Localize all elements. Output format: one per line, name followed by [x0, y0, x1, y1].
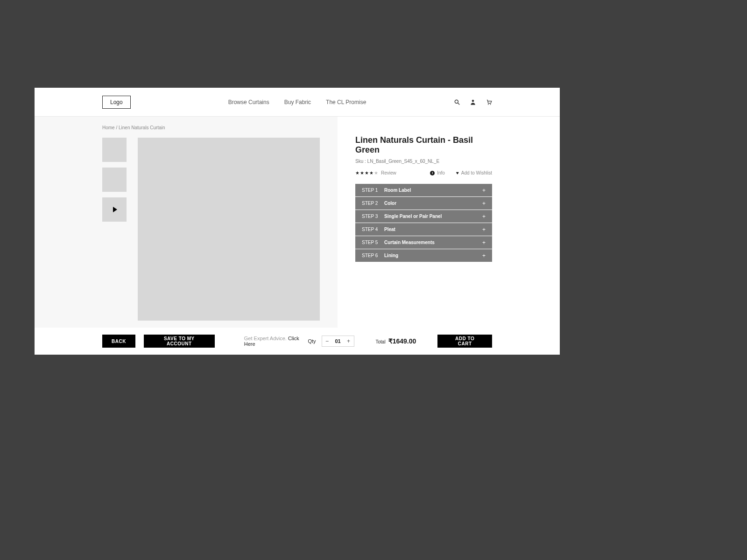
step-label: Room Label — [384, 188, 411, 193]
step-label: Pleat — [384, 227, 395, 232]
product-gallery — [102, 138, 320, 321]
site-header: Logo Browse Curtains Buy Fabric The CL P… — [35, 88, 560, 117]
step-number: STEP 3 — [362, 214, 384, 219]
thumbnail-2[interactable] — [102, 168, 127, 192]
step-measurements[interactable]: STEP 5 Curtain Measurements + — [355, 236, 492, 249]
star-icon: ★ — [369, 170, 374, 175]
step-number: STEP 2 — [362, 201, 384, 206]
total-amount: ₹1649.00 — [388, 337, 416, 345]
thumbnail-video[interactable] — [102, 197, 127, 222]
gallery-column: Home / Linen Naturals Curtain — [35, 117, 338, 328]
step-panel[interactable]: STEP 3 Single Panel or Pair Panel + — [355, 210, 492, 223]
step-lining[interactable]: STEP 6 Lining + — [355, 249, 492, 262]
svg-point-4 — [490, 104, 491, 105]
review-link[interactable]: Review — [381, 170, 396, 175]
expert-prefix: Get Expert Advice. — [244, 336, 288, 341]
nav-buy-fabric[interactable]: Buy Fabric — [284, 99, 311, 105]
info-icon: i — [430, 171, 435, 175]
thumbnail-1[interactable] — [102, 138, 127, 162]
nav-browse-curtains[interactable]: Browse Curtains — [228, 99, 269, 105]
main-product-image[interactable] — [138, 138, 320, 321]
step-label: Lining — [384, 253, 398, 258]
account-icon[interactable] — [470, 99, 476, 105]
step-label: Curtain Measurements — [384, 240, 435, 245]
total-label: Total — [376, 339, 386, 344]
save-to-account-button[interactable]: SAVE TO MY ACCOUNT — [144, 335, 215, 348]
plus-icon: + — [482, 226, 486, 233]
product-body: Home / Linen Naturals Curtain Linen Natu… — [35, 117, 560, 328]
plus-icon: + — [482, 239, 486, 246]
wishlist-link[interactable]: ♥ Add to Wishlist — [456, 170, 492, 175]
expert-advice: Get Expert Advice. Click Here — [244, 336, 300, 347]
star-icon: ★ — [360, 170, 364, 175]
step-pleat[interactable]: STEP 4 Pleat + — [355, 223, 492, 236]
search-icon[interactable] — [454, 99, 460, 105]
nav-cl-promise[interactable]: The CL Promise — [326, 99, 366, 105]
total-price: Total ₹1649.00 — [376, 337, 416, 345]
breadcrumb[interactable]: Home / Linen Naturals Curtain — [102, 125, 320, 130]
thumbnail-list — [102, 138, 127, 321]
details-column: Linen Naturals Curtain - Basil Green Sku… — [338, 117, 560, 328]
star-icon: ★ — [374, 170, 378, 175]
qty-increment[interactable]: + — [344, 338, 354, 344]
rating-stars[interactable]: ★ ★ ★ ★ ★ — [355, 170, 378, 175]
cart-icon[interactable] — [486, 99, 492, 105]
info-link[interactable]: i Info — [430, 170, 445, 175]
svg-line-1 — [458, 103, 460, 105]
step-number: STEP 1 — [362, 188, 384, 193]
svg-point-2 — [472, 99, 474, 102]
step-label: Single Panel or Pair Panel — [384, 214, 442, 219]
product-page: Logo Browse Curtains Buy Fabric The CL P… — [35, 88, 560, 355]
qty-value: 01 — [332, 338, 344, 344]
qty-decrement[interactable]: − — [322, 338, 332, 344]
plus-icon: + — [482, 187, 486, 194]
plus-icon: + — [482, 213, 486, 220]
main-nav: Browse Curtains Buy Fabric The CL Promis… — [228, 99, 366, 105]
step-color[interactable]: STEP 2 Color + — [355, 197, 492, 210]
heart-icon: ♥ — [456, 170, 459, 175]
wishlist-label: Add to Wishlist — [461, 170, 492, 175]
plus-icon: + — [482, 200, 486, 207]
product-sku: Sku : LN_Basil_Green_S45_x_60_NL_E — [355, 159, 492, 164]
header-actions — [454, 99, 492, 105]
quantity-control: Qty − 01 + — [308, 336, 354, 347]
logo[interactable]: Logo — [102, 96, 131, 109]
step-number: STEP 5 — [362, 240, 384, 245]
step-room-label[interactable]: STEP 1 Room Label + — [355, 184, 492, 196]
add-to-cart-button[interactable]: ADD TO CART — [437, 335, 492, 348]
quantity-stepper: − 01 + — [322, 336, 354, 347]
star-icon: ★ — [365, 170, 369, 175]
qty-label: Qty — [308, 338, 316, 344]
step-label: Color — [384, 201, 396, 206]
step-number: STEP 6 — [362, 253, 384, 258]
info-label: Info — [437, 170, 445, 175]
plus-icon: + — [482, 252, 486, 259]
product-title: Linen Naturals Curtain - Basil Green — [355, 135, 492, 155]
action-bar: BACK SAVE TO MY ACCOUNT Get Expert Advic… — [35, 328, 560, 355]
play-icon — [113, 207, 117, 212]
svg-point-0 — [455, 100, 458, 103]
svg-point-3 — [488, 104, 489, 105]
configuration-steps: STEP 1 Room Label + STEP 2 Color + STEP … — [355, 184, 492, 262]
back-button[interactable]: BACK — [102, 335, 135, 348]
star-icon: ★ — [355, 170, 359, 175]
step-number: STEP 4 — [362, 227, 384, 232]
product-meta-row: ★ ★ ★ ★ ★ Review i Info ♥ Add to Wishlis… — [355, 170, 492, 175]
